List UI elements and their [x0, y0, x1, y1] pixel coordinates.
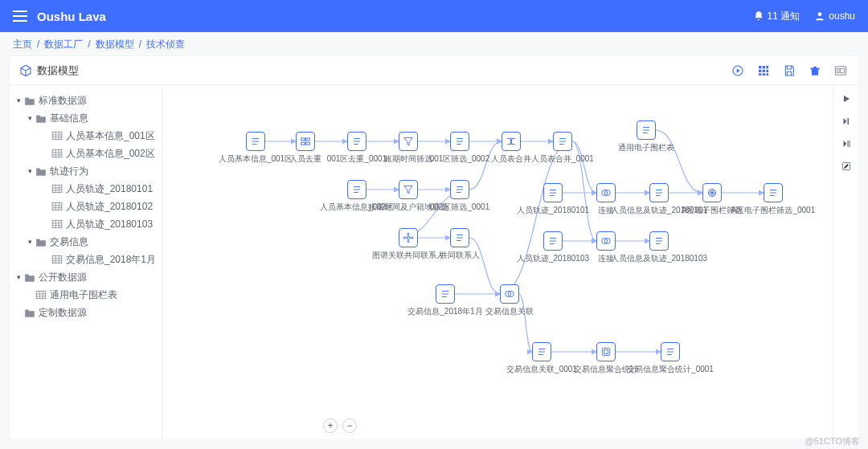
tree-folder[interactable]: ▾轨迹行为 [13, 162, 158, 180]
tree-label: 通用电子围栏表 [50, 288, 117, 302]
crumb-home[interactable]: 主页 [13, 38, 32, 51]
pause-button[interactable] [839, 137, 854, 151]
svg-rect-24 [306, 142, 310, 145]
node-icon-list [450, 180, 469, 199]
tree-toggle[interactable]: ▾ [26, 167, 34, 175]
notifications-button[interactable]: 11 通知 [753, 10, 800, 23]
svg-rect-14 [52, 132, 62, 139]
play-button[interactable] [839, 92, 854, 106]
notif-label: 通知 [780, 10, 800, 23]
zoom-in-button[interactable]: + [323, 418, 338, 433]
flow-node[interactable]: 交易信息_2018年1月 [415, 284, 476, 316]
svg-rect-17 [52, 202, 62, 210]
delete-button[interactable] [807, 63, 823, 79]
svg-rect-19 [52, 255, 62, 263]
flow-node[interactable]: 交易信息聚合统计_0001 [640, 342, 701, 374]
user-menu[interactable]: oushu [814, 10, 855, 22]
user-name: oushu [829, 10, 855, 22]
svg-rect-2 [759, 66, 761, 68]
flow-node[interactable]: 交易信息关联 [479, 284, 540, 316]
node-icon-dedup [296, 132, 315, 151]
tree-table[interactable]: 人员基本信息_002区 [13, 145, 158, 162]
flow-node[interactable]: 通用电子围栏表 [616, 120, 677, 153]
node-icon-list [543, 231, 563, 251]
tree-folder[interactable]: ▾公开数据源 [13, 268, 158, 286]
flow-node[interactable]: 人员轨迹_20180103 [522, 231, 583, 263]
tree-folder[interactable]: 定制数据源 [13, 304, 158, 321]
svg-rect-21 [301, 138, 305, 141]
tree-label: 定制数据源 [39, 306, 87, 320]
svg-rect-15 [52, 149, 62, 157]
skip-button[interactable] [839, 114, 854, 129]
tree-table[interactable]: 通用电子围栏表 [13, 286, 158, 304]
node-label: 人员表合并_0001 [531, 154, 594, 164]
trash-icon [809, 64, 821, 77]
tree-label: 人员轨迹_20180102 [66, 200, 153, 214]
tree-table[interactable]: 人员轨迹_20180103 [13, 215, 158, 233]
svg-rect-4 [766, 66, 768, 68]
flow-canvas[interactable]: 人员基本信息_001区人员去重001区去重_0001账期时间筛选001区筛选_0… [162, 85, 833, 439]
flow-node[interactable]: 人员表合并_0001 [532, 132, 593, 164]
zoom-out-button[interactable]: − [342, 418, 357, 433]
flow-node[interactable]: 交易信息关联_0001 [511, 342, 572, 374]
tree-table[interactable]: 人员轨迹_20180101 [13, 180, 158, 198]
tree-toggle[interactable]: ▾ [26, 238, 34, 246]
tree-folder[interactable]: ▾标准数据源 [13, 92, 158, 109]
node-label: 交易信息_2018年1月 [407, 307, 482, 316]
menu-icon[interactable] [13, 10, 27, 22]
tree-folder[interactable]: ▾基础信息 [13, 109, 158, 127]
tree-toggle[interactable]: ▾ [14, 96, 23, 104]
node-icon-agg [596, 342, 616, 361]
flow-node[interactable]: 共同联系人 [429, 228, 490, 260]
node-icon-list [649, 231, 669, 251]
tree-label: 基础信息 [50, 112, 88, 125]
layout-button[interactable] [833, 63, 849, 79]
flow-node[interactable]: 人员轨迹_20180101 [522, 183, 583, 215]
source-tree[interactable]: ▾标准数据源▾基础信息人员基本信息_001区人员基本信息_002区▾轨迹行为人员… [10, 85, 162, 439]
tree-toggle[interactable]: ▾ [26, 114, 34, 122]
node-icon-list [637, 120, 656, 140]
tree-table[interactable]: 交易信息_2018年1月 [13, 251, 158, 268]
breadcrumb: 主页/ 数据工厂/ 数据模型/ 技术侦查 [0, 32, 868, 56]
node-icon-graph [399, 228, 418, 247]
table-icon [51, 218, 63, 230]
node-icon-join [596, 183, 616, 202]
svg-rect-9 [763, 73, 765, 76]
svg-rect-22 [306, 138, 310, 141]
run-button[interactable] [730, 63, 746, 79]
svg-rect-23 [301, 142, 305, 145]
crumb-model[interactable]: 数据模型 [96, 38, 134, 51]
tree-folder[interactable]: ▾交易信息 [13, 233, 158, 251]
cube-icon [19, 64, 32, 77]
svg-rect-38 [604, 350, 608, 354]
node-icon-list [553, 132, 572, 151]
edit-button[interactable] [839, 159, 854, 173]
tree-label: 人员基本信息_001区 [66, 129, 155, 143]
tree-table[interactable]: 人员轨迹_20180102 [13, 198, 158, 215]
flow-node[interactable]: 人员信息及轨迹_20180101 [628, 183, 690, 215]
flow-node[interactable]: 人员信息及轨迹_20180103 [628, 231, 690, 263]
svg-point-32 [407, 241, 409, 243]
svg-rect-5 [759, 69, 761, 71]
save-button[interactable] [781, 63, 797, 79]
svg-rect-16 [52, 185, 62, 192]
svg-rect-20 [36, 291, 46, 298]
tree-label: 轨迹行为 [50, 165, 88, 178]
grid-button[interactable] [755, 63, 772, 79]
app-title: Oushu Lava [37, 10, 106, 23]
skip-icon [841, 116, 851, 126]
crumb-tech[interactable]: 技术侦查 [146, 38, 185, 51]
node-icon-fence [702, 183, 722, 202]
flow-node[interactable]: A区电子围栏筛选_0001 [743, 183, 804, 215]
folder-icon [24, 271, 35, 283]
tree-table[interactable]: 人员基本信息_001区 [13, 127, 158, 145]
crumb-factory[interactable]: 数据工厂 [44, 38, 83, 51]
tree-toggle[interactable]: ▾ [14, 273, 23, 281]
svg-point-29 [403, 237, 405, 239]
flow-node[interactable]: 002区筛选_0001 [429, 180, 490, 212]
panel-head: 数据模型 [10, 56, 858, 85]
node-label: 交易信息聚合统计_0001 [627, 365, 714, 374]
table-icon [35, 289, 47, 300]
node-icon-join [596, 231, 616, 251]
table-icon [51, 183, 63, 194]
